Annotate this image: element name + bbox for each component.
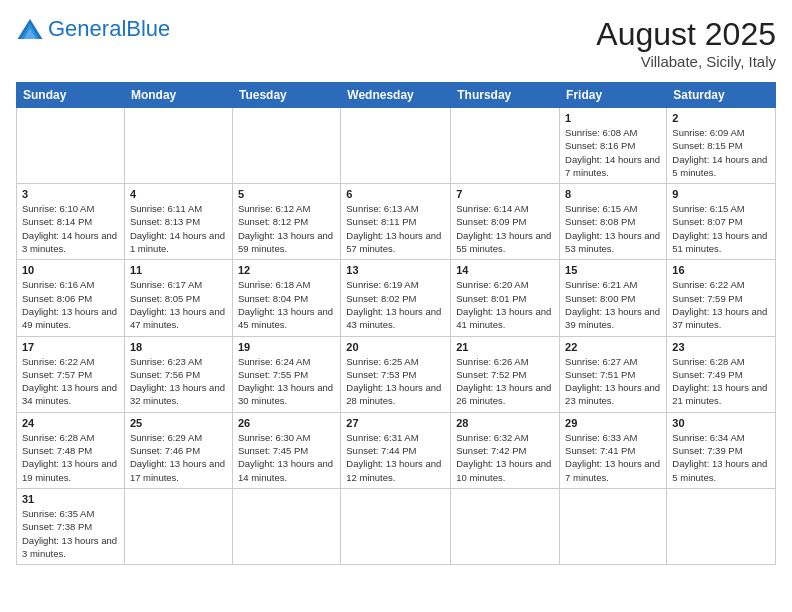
calendar-cell: 29Sunrise: 6:33 AM Sunset: 7:41 PM Dayli… <box>560 412 667 488</box>
day-number: 27 <box>346 417 445 429</box>
day-info: Sunrise: 6:28 AM Sunset: 7:48 PM Dayligh… <box>22 431 119 484</box>
calendar-cell <box>341 108 451 184</box>
day-info: Sunrise: 6:08 AM Sunset: 8:16 PM Dayligh… <box>565 126 661 179</box>
calendar-cell <box>17 108 125 184</box>
calendar-subtitle: Villabate, Sicily, Italy <box>596 53 776 70</box>
day-number: 8 <box>565 188 661 200</box>
day-info: Sunrise: 6:33 AM Sunset: 7:41 PM Dayligh… <box>565 431 661 484</box>
calendar-cell <box>451 488 560 564</box>
day-info: Sunrise: 6:28 AM Sunset: 7:49 PM Dayligh… <box>672 355 770 408</box>
calendar-cell: 1Sunrise: 6:08 AM Sunset: 8:16 PM Daylig… <box>560 108 667 184</box>
calendar-cell: 23Sunrise: 6:28 AM Sunset: 7:49 PM Dayli… <box>667 336 776 412</box>
calendar-week-3: 17Sunrise: 6:22 AM Sunset: 7:57 PM Dayli… <box>17 336 776 412</box>
day-info: Sunrise: 6:30 AM Sunset: 7:45 PM Dayligh… <box>238 431 335 484</box>
col-sunday: Sunday <box>17 83 125 108</box>
calendar-cell: 19Sunrise: 6:24 AM Sunset: 7:55 PM Dayli… <box>232 336 340 412</box>
day-number: 11 <box>130 264 227 276</box>
calendar-cell: 11Sunrise: 6:17 AM Sunset: 8:05 PM Dayli… <box>124 260 232 336</box>
calendar-cell <box>124 108 232 184</box>
col-wednesday: Wednesday <box>341 83 451 108</box>
calendar-cell: 18Sunrise: 6:23 AM Sunset: 7:56 PM Dayli… <box>124 336 232 412</box>
day-number: 21 <box>456 341 554 353</box>
day-info: Sunrise: 6:15 AM Sunset: 8:07 PM Dayligh… <box>672 202 770 255</box>
day-info: Sunrise: 6:26 AM Sunset: 7:52 PM Dayligh… <box>456 355 554 408</box>
calendar-cell <box>124 488 232 564</box>
calendar-cell: 4Sunrise: 6:11 AM Sunset: 8:13 PM Daylig… <box>124 184 232 260</box>
calendar-cell: 21Sunrise: 6:26 AM Sunset: 7:52 PM Dayli… <box>451 336 560 412</box>
calendar-cell: 8Sunrise: 6:15 AM Sunset: 8:08 PM Daylig… <box>560 184 667 260</box>
day-info: Sunrise: 6:32 AM Sunset: 7:42 PM Dayligh… <box>456 431 554 484</box>
day-info: Sunrise: 6:12 AM Sunset: 8:12 PM Dayligh… <box>238 202 335 255</box>
calendar-table: Sunday Monday Tuesday Wednesday Thursday… <box>16 82 776 565</box>
calendar-cell: 10Sunrise: 6:16 AM Sunset: 8:06 PM Dayli… <box>17 260 125 336</box>
col-monday: Monday <box>124 83 232 108</box>
page: GeneralBlue August 2025 Villabate, Sicil… <box>0 0 792 612</box>
day-number: 28 <box>456 417 554 429</box>
logo-icon <box>16 17 44 41</box>
calendar-cell: 7Sunrise: 6:14 AM Sunset: 8:09 PM Daylig… <box>451 184 560 260</box>
day-info: Sunrise: 6:23 AM Sunset: 7:56 PM Dayligh… <box>130 355 227 408</box>
day-info: Sunrise: 6:25 AM Sunset: 7:53 PM Dayligh… <box>346 355 445 408</box>
day-info: Sunrise: 6:18 AM Sunset: 8:04 PM Dayligh… <box>238 278 335 331</box>
day-number: 6 <box>346 188 445 200</box>
calendar-cell <box>560 488 667 564</box>
calendar-cell <box>341 488 451 564</box>
day-info: Sunrise: 6:10 AM Sunset: 8:14 PM Dayligh… <box>22 202 119 255</box>
logo-text: GeneralBlue <box>48 16 170 42</box>
calendar-cell: 5Sunrise: 6:12 AM Sunset: 8:12 PM Daylig… <box>232 184 340 260</box>
calendar-title: August 2025 <box>596 16 776 53</box>
day-number: 12 <box>238 264 335 276</box>
day-number: 10 <box>22 264 119 276</box>
calendar-cell: 17Sunrise: 6:22 AM Sunset: 7:57 PM Dayli… <box>17 336 125 412</box>
header: GeneralBlue August 2025 Villabate, Sicil… <box>16 16 776 70</box>
col-tuesday: Tuesday <box>232 83 340 108</box>
calendar-cell: 15Sunrise: 6:21 AM Sunset: 8:00 PM Dayli… <box>560 260 667 336</box>
calendar-cell: 22Sunrise: 6:27 AM Sunset: 7:51 PM Dayli… <box>560 336 667 412</box>
calendar-week-0: 1Sunrise: 6:08 AM Sunset: 8:16 PM Daylig… <box>17 108 776 184</box>
calendar-cell: 26Sunrise: 6:30 AM Sunset: 7:45 PM Dayli… <box>232 412 340 488</box>
calendar-cell <box>232 108 340 184</box>
calendar-cell: 25Sunrise: 6:29 AM Sunset: 7:46 PM Dayli… <box>124 412 232 488</box>
day-info: Sunrise: 6:29 AM Sunset: 7:46 PM Dayligh… <box>130 431 227 484</box>
day-info: Sunrise: 6:34 AM Sunset: 7:39 PM Dayligh… <box>672 431 770 484</box>
day-number: 4 <box>130 188 227 200</box>
day-info: Sunrise: 6:13 AM Sunset: 8:11 PM Dayligh… <box>346 202 445 255</box>
day-number: 13 <box>346 264 445 276</box>
calendar-cell: 27Sunrise: 6:31 AM Sunset: 7:44 PM Dayli… <box>341 412 451 488</box>
calendar-header-row: Sunday Monday Tuesday Wednesday Thursday… <box>17 83 776 108</box>
day-number: 15 <box>565 264 661 276</box>
day-info: Sunrise: 6:31 AM Sunset: 7:44 PM Dayligh… <box>346 431 445 484</box>
day-number: 14 <box>456 264 554 276</box>
day-number: 23 <box>672 341 770 353</box>
day-number: 30 <box>672 417 770 429</box>
col-thursday: Thursday <box>451 83 560 108</box>
day-number: 22 <box>565 341 661 353</box>
title-block: August 2025 Villabate, Sicily, Italy <box>596 16 776 70</box>
calendar-cell: 13Sunrise: 6:19 AM Sunset: 8:02 PM Dayli… <box>341 260 451 336</box>
calendar-week-2: 10Sunrise: 6:16 AM Sunset: 8:06 PM Dayli… <box>17 260 776 336</box>
calendar-cell: 31Sunrise: 6:35 AM Sunset: 7:38 PM Dayli… <box>17 488 125 564</box>
day-number: 31 <box>22 493 119 505</box>
logo-blue: Blue <box>126 16 170 41</box>
day-info: Sunrise: 6:14 AM Sunset: 8:09 PM Dayligh… <box>456 202 554 255</box>
day-number: 25 <box>130 417 227 429</box>
calendar-cell <box>667 488 776 564</box>
day-number: 26 <box>238 417 335 429</box>
col-friday: Friday <box>560 83 667 108</box>
calendar-cell: 2Sunrise: 6:09 AM Sunset: 8:15 PM Daylig… <box>667 108 776 184</box>
day-number: 20 <box>346 341 445 353</box>
day-info: Sunrise: 6:21 AM Sunset: 8:00 PM Dayligh… <box>565 278 661 331</box>
day-info: Sunrise: 6:09 AM Sunset: 8:15 PM Dayligh… <box>672 126 770 179</box>
calendar-cell: 24Sunrise: 6:28 AM Sunset: 7:48 PM Dayli… <box>17 412 125 488</box>
calendar-cell: 16Sunrise: 6:22 AM Sunset: 7:59 PM Dayli… <box>667 260 776 336</box>
day-info: Sunrise: 6:17 AM Sunset: 8:05 PM Dayligh… <box>130 278 227 331</box>
day-info: Sunrise: 6:15 AM Sunset: 8:08 PM Dayligh… <box>565 202 661 255</box>
col-saturday: Saturday <box>667 83 776 108</box>
calendar-cell: 30Sunrise: 6:34 AM Sunset: 7:39 PM Dayli… <box>667 412 776 488</box>
calendar-cell: 20Sunrise: 6:25 AM Sunset: 7:53 PM Dayli… <box>341 336 451 412</box>
day-number: 24 <box>22 417 119 429</box>
day-number: 29 <box>565 417 661 429</box>
day-info: Sunrise: 6:24 AM Sunset: 7:55 PM Dayligh… <box>238 355 335 408</box>
logo: GeneralBlue <box>16 16 170 42</box>
calendar-cell: 3Sunrise: 6:10 AM Sunset: 8:14 PM Daylig… <box>17 184 125 260</box>
